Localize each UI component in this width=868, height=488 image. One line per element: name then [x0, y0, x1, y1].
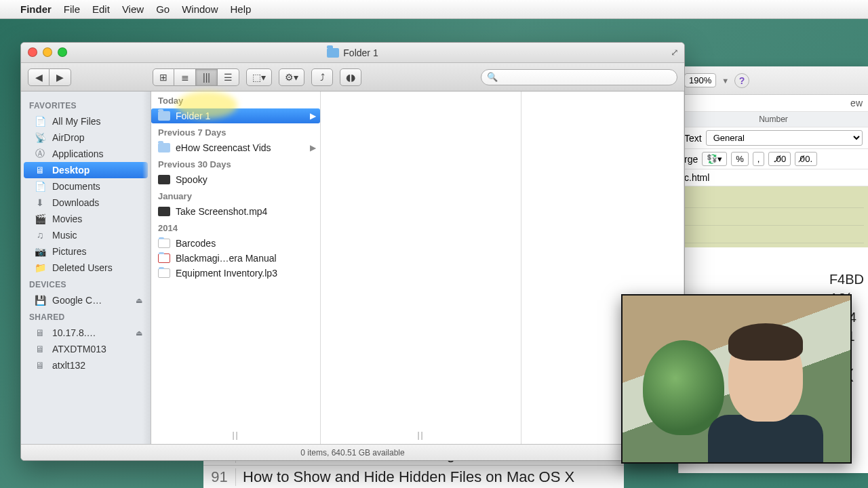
pictures-icon: 📷 — [33, 246, 47, 257]
filename-cell: c.html — [679, 169, 868, 186]
column-view: Today Folder 1▶ Previous 7 Days eHow Scr… — [151, 92, 684, 444]
comma-button[interactable]: , — [753, 152, 765, 166]
toolbar: ◀ ▶ ⊞ ≣ ||| ☰ ⬚▾ ⚙▾ ⤴ ◖◗ 🔍 — [21, 63, 684, 92]
group-prev7: Previous 7 Days — [151, 123, 320, 140]
zoom-level[interactable]: 190% — [684, 73, 716, 87]
favorites-header: FAVORITES — [21, 97, 151, 113]
sidebar-applications[interactable]: ⒶApplications — [24, 146, 148, 162]
sidebar-device-google[interactable]: 💾Google C…⏏ — [24, 292, 148, 308]
group-today: Today — [151, 92, 320, 108]
action-button[interactable]: ⚙▾ — [279, 68, 304, 86]
menu-go[interactable]: Go — [156, 3, 170, 15]
sidebar-movies[interactable]: 🎬Movies — [24, 211, 148, 227]
sidebar-downloads[interactable]: ⬇Downloads — [24, 195, 148, 211]
arrange-button[interactable]: ⬚▾ — [246, 68, 272, 86]
zoom-window-button[interactable] — [58, 47, 67, 57]
menu-window[interactable]: Window — [182, 3, 218, 15]
chevron-right-icon: ▶ — [310, 111, 316, 121]
view-icons-button[interactable]: ⊞ — [153, 68, 174, 86]
movies-icon: 🎬 — [33, 214, 47, 224]
fullscreen-icon[interactable]: ⤢ — [671, 47, 679, 58]
doc-icon — [158, 268, 170, 278]
sidebar: FAVORITES 📄All My Files 📡AirDrop ⒶApplic… — [21, 92, 151, 444]
close-window-button[interactable] — [28, 47, 37, 57]
column-2[interactable]: || — [321, 92, 521, 444]
menu-view[interactable]: View — [122, 3, 144, 15]
column-1[interactable]: Today Folder 1▶ Previous 7 Days eHow Scr… — [151, 92, 321, 444]
item-take-screenshot[interactable]: Take Screenshot.mp4 — [151, 204, 320, 219]
percent-button[interactable]: % — [731, 152, 749, 166]
computer-icon: 🖥 — [33, 360, 47, 371]
computer-icon: 🖥 — [33, 344, 47, 354]
applications-icon: Ⓐ — [33, 148, 47, 159]
shared-header: SHARED — [21, 308, 151, 325]
devices-header: DEVICES — [21, 276, 151, 292]
number-format-select[interactable]: General — [706, 130, 863, 146]
webcam-overlay — [621, 294, 852, 464]
share-button[interactable]: ⤴ — [311, 68, 333, 86]
nav-forward-button[interactable]: ▶ — [50, 68, 71, 86]
view-coverflow-button[interactable]: ☰ — [218, 68, 239, 86]
help-icon[interactable]: ? — [734, 73, 749, 88]
group-january: January — [151, 187, 320, 204]
sidebar-music[interactable]: ♫Music — [24, 227, 148, 243]
sidebar-documents[interactable]: 📄Documents — [24, 178, 148, 195]
dec-decimal-button[interactable]: 0̸0. — [795, 152, 817, 166]
column-resize-handle[interactable]: || — [417, 430, 424, 440]
view-columns-button[interactable]: ||| — [196, 68, 218, 86]
label-merge: rge — [684, 154, 698, 165]
sidebar-shared-2[interactable]: 🖥atxlt132 — [24, 357, 148, 373]
group-prev30: Previous 30 Days — [151, 155, 320, 172]
group-2014: 2014 — [151, 219, 320, 236]
nav-back-button[interactable]: ◀ — [28, 68, 50, 86]
currency-button[interactable]: 💱▾ — [702, 152, 727, 166]
computer-icon: 🖥 — [33, 327, 47, 338]
folder-icon: 📁 — [33, 262, 47, 273]
column-resize-handle[interactable]: || — [232, 430, 239, 440]
search-input[interactable]: 🔍 — [481, 69, 677, 85]
item-spooky[interactable]: Spooky — [151, 172, 320, 187]
item-blackmagic-manual[interactable]: Blackmagi…era Manual — [151, 251, 320, 266]
menu-edit[interactable]: Edit — [92, 3, 110, 15]
doc-icon — [158, 239, 170, 248]
finder-window: Folder 1 ⤢ ◀ ▶ ⊞ ≣ ||| ☰ ⬚▾ ⚙▾ ⤴ ◖◗ 🔍 FA… — [20, 42, 685, 461]
desktop-icon: 🖥 — [33, 165, 47, 176]
sidebar-pictures[interactable]: 📷Pictures — [24, 243, 148, 260]
title-bar[interactable]: Folder 1 ⤢ — [21, 43, 684, 63]
edit-tags-button[interactable]: ◖◗ — [340, 68, 361, 86]
music-icon: ♫ — [33, 230, 47, 241]
label-text: Text — [684, 133, 702, 144]
number-group-header: Number — [679, 112, 868, 127]
sidebar-shared-0[interactable]: 🖥10.17.8.…⏏ — [24, 325, 148, 341]
item-ehow-vids[interactable]: eHow Screencast Vids▶ — [151, 140, 320, 155]
item-folder-1[interactable]: Folder 1▶ — [151, 108, 320, 123]
app-name[interactable]: Finder — [20, 3, 52, 15]
view-list-button[interactable]: ≣ — [174, 68, 196, 86]
folder-icon — [158, 143, 170, 152]
minimize-window-button[interactable] — [43, 47, 52, 57]
item-equipment-inventory[interactable]: Equipment Inventory.lp3 — [151, 266, 320, 281]
documents-icon: 📄 — [33, 181, 47, 192]
clip-icon — [158, 175, 170, 184]
eject-icon[interactable]: ⏏ — [136, 329, 142, 338]
sidebar-airdrop[interactable]: 📡AirDrop — [24, 129, 148, 146]
sidebar-shared-1[interactable]: 🖥ATXDTM013 — [24, 341, 148, 357]
item-barcodes[interactable]: Barcodes — [151, 236, 320, 251]
window-title: Folder 1 — [343, 47, 378, 58]
inc-decimal-button[interactable]: .0̸0 — [768, 152, 791, 166]
airdrop-icon: 📡 — [33, 132, 47, 143]
sidebar-desktop[interactable]: 🖥Desktop — [24, 162, 148, 178]
pdf-icon — [158, 253, 170, 263]
folder-icon — [158, 111, 170, 121]
sidebar-all-my-files[interactable]: 📄All My Files — [24, 113, 148, 129]
menu-file[interactable]: File — [64, 3, 80, 15]
sidebar-deleted-users[interactable]: 📁Deleted Users — [24, 260, 148, 276]
menu-bar: Finder File Edit View Go Window Help — [0, 0, 868, 19]
eject-icon[interactable]: ⏏ — [136, 296, 142, 305]
tab-view[interactable]: ew — [679, 95, 868, 112]
status-bar: 0 items, 640.51 GB available — [21, 444, 684, 460]
chevron-right-icon: ▶ — [310, 143, 316, 152]
disk-icon: 💾 — [33, 295, 47, 306]
menu-help[interactable]: Help — [231, 3, 252, 15]
downloads-icon: ⬇ — [33, 197, 47, 208]
